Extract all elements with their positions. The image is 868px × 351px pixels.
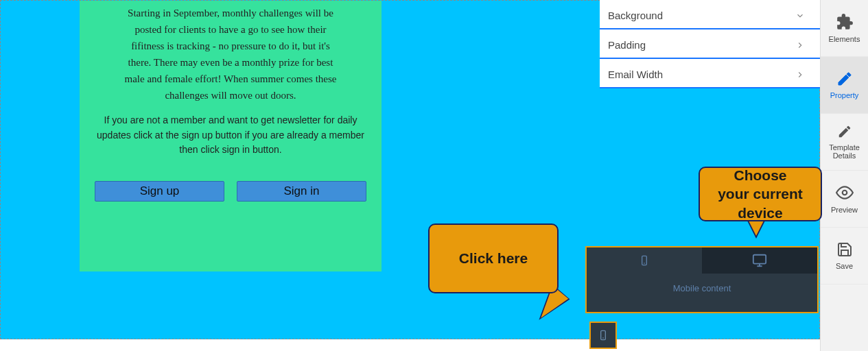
callout-text: Choose your current device <box>716 166 804 222</box>
toolbar-save[interactable]: Save <box>821 228 868 285</box>
puzzle-icon <box>836 13 854 31</box>
mobile-icon <box>639 252 650 269</box>
prop-label: Background <box>608 10 663 21</box>
device-bar-label: Mobile content <box>587 274 817 293</box>
prop-row-padding[interactable]: Padding <box>600 29 820 59</box>
sign-up-button[interactable]: Sign up <box>95 181 224 202</box>
pencil-icon <box>836 71 853 87</box>
sign-in-button[interactable]: Sign in <box>237 181 366 202</box>
edit-icon <box>837 124 852 139</box>
device-tab-mobile[interactable] <box>587 247 702 274</box>
toolbar-property[interactable]: Property <box>821 57 868 114</box>
toolbar-label: Property <box>830 91 859 99</box>
chevron-down-icon <box>795 11 805 21</box>
chevron-right-icon <box>795 70 805 80</box>
callout-text: Click here <box>459 250 528 267</box>
toolbar-label: Elements <box>829 35 860 43</box>
device-selector-panel: Mobile content <box>585 246 819 313</box>
email-cta-text: If you are not a member and want to get … <box>80 104 382 158</box>
button-row: Sign up Sign in <box>80 181 382 202</box>
chevron-right-icon <box>795 40 805 50</box>
side-toolbar: Elements Property Template Details Previ… <box>820 0 868 351</box>
email-body-text: Starting in September, monthly challenge… <box>80 1 382 104</box>
svg-point-0 <box>842 191 847 195</box>
svg-rect-3 <box>753 255 766 264</box>
toolbar-label: Template Details <box>829 143 860 160</box>
device-tab-desktop[interactable] <box>702 247 817 274</box>
save-icon <box>836 241 853 258</box>
callout-choose-device: Choose your current device <box>699 167 822 221</box>
desktop-icon <box>750 253 769 268</box>
toolbar-label: Save <box>836 262 853 270</box>
email-preview-card: Starting in September, monthly challenge… <box>80 1 382 271</box>
mobile-icon <box>598 327 609 343</box>
prop-label: Email Width <box>608 69 663 80</box>
toolbar-label: Preview <box>831 206 858 214</box>
toolbar-preview[interactable]: Preview <box>821 171 868 228</box>
prop-row-email-width[interactable]: Email Width <box>600 59 820 88</box>
prop-row-background[interactable]: Background <box>600 0 820 29</box>
callout-click-here: Click here <box>428 223 559 293</box>
prop-label: Padding <box>608 39 646 51</box>
toolbar-elements[interactable]: Elements <box>821 0 868 57</box>
eye-icon <box>836 184 854 202</box>
mobile-toggle-button[interactable] <box>589 322 617 349</box>
toolbar-template-details[interactable]: Template Details <box>821 114 868 171</box>
properties-panel: Background Padding Email Width <box>600 0 820 88</box>
